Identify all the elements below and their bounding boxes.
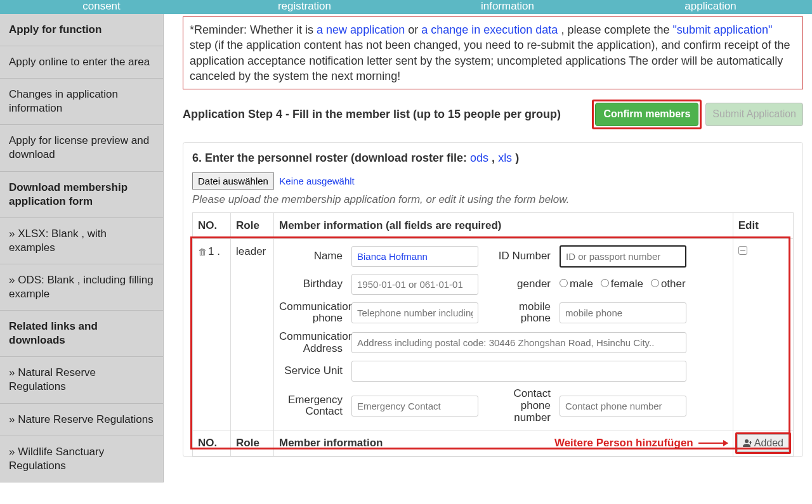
id-input[interactable] (560, 245, 686, 268)
service-input[interactable] (351, 361, 686, 382)
step-title: Application Step 4 - Fill in the member … (183, 108, 561, 121)
reminder-box: *Reminder: Whether it is a new applicati… (183, 16, 803, 89)
row-role: leader (231, 238, 274, 430)
sidebar: Apply for function Apply online to enter… (0, 14, 164, 482)
sidebar-item-wildlife[interactable]: » Wildlife Sanctuary Regulations (0, 436, 163, 482)
th-edit: Edit (733, 212, 793, 238)
th-info: Member information (all fields are requi… (274, 212, 733, 238)
label-service: Service Unit (279, 365, 343, 377)
birthday-input[interactable] (351, 274, 478, 295)
collapse-icon[interactable] (738, 246, 747, 255)
top-step-bar: consent registration information applica… (0, 0, 812, 14)
added-highlight: Added (735, 432, 791, 454)
label-address: Communication Address (279, 331, 343, 354)
sidebar-item-nature-reserve[interactable]: » Nature Reserve Regulations (0, 404, 163, 436)
link-change-execution[interactable]: a change in execution data (421, 23, 558, 36)
sidebar-item-license-preview[interactable]: Apply for license preview and download (0, 125, 163, 171)
emerg-input[interactable] (351, 396, 478, 417)
name-input[interactable] (351, 246, 478, 267)
contact-phone-input[interactable] (560, 396, 686, 417)
sidebar-item-changes[interactable]: Changes in application information (0, 79, 163, 125)
sidebar-item-ods[interactable]: » ODS: Blank , including filling example (0, 264, 163, 311)
label-mobile: mobile phone (487, 301, 551, 325)
arrow-icon (698, 443, 728, 444)
label-name: Name (279, 250, 343, 262)
person-plus-icon (743, 438, 753, 448)
step-information: information (406, 0, 609, 14)
gender-male-radio[interactable] (560, 279, 568, 287)
link-new-application[interactable]: a new application (317, 23, 405, 36)
sidebar-item-natural-reserve[interactable]: » Natural Reserve Regulations (0, 357, 163, 403)
label-id: ID Number (487, 250, 551, 262)
label-comm-phone: Communication phone (279, 301, 343, 325)
gender-radio-group: male female other (560, 278, 686, 290)
member-form-cell: Name ID Number Birthday gender male fema… (274, 238, 733, 430)
step-application: application (609, 0, 812, 14)
file-status: Keine ausgewählt (279, 176, 354, 186)
link-submit-application[interactable]: "submit application" (672, 23, 772, 36)
tf-info: Member information Weitere Person hinzuf… (274, 430, 733, 456)
th-no: NO. (193, 212, 231, 238)
label-contact-phone: Contact phone number (487, 388, 551, 423)
address-input[interactable] (351, 332, 686, 353)
sidebar-item-apply-function[interactable]: Apply for function (0, 14, 163, 46)
table-row: 🗑1 . leader Name ID Number Birthday (193, 238, 794, 430)
link-xls[interactable]: xls (498, 152, 512, 164)
tf-no: NO. (193, 430, 231, 456)
confirm-highlight: Confirm members (592, 100, 702, 129)
th-role: Role (231, 212, 274, 238)
sidebar-item-apply-online[interactable]: Apply online to enter the area (0, 46, 163, 79)
label-gender: gender (487, 278, 551, 290)
label-emerg: Emergency Contact (279, 394, 343, 418)
label-birthday: Birthday (279, 278, 343, 290)
step-registration: registration (203, 0, 406, 14)
step-consent: consent (0, 0, 203, 14)
row-no: 1 . (208, 245, 220, 257)
roster-table: NO. Role Member information (all fields … (192, 212, 794, 457)
sidebar-item-related-links[interactable]: Related links and downloads (0, 311, 163, 357)
gender-female-radio[interactable] (601, 279, 609, 287)
roster-panel: 6. Enter the personnel roster (download … (183, 142, 803, 458)
table-footer-row: NO. Role Member information Weitere Pers… (193, 430, 794, 456)
link-ods[interactable]: ods (470, 152, 488, 164)
sidebar-item-download-form[interactable]: Download membership application form (0, 172, 163, 218)
tf-role: Role (231, 430, 274, 456)
panel-title: 6. Enter the personnel roster (download … (192, 152, 794, 165)
trash-icon[interactable]: 🗑 (198, 247, 207, 257)
gender-other-radio[interactable] (651, 279, 659, 287)
comm-phone-input[interactable] (351, 302, 478, 323)
sidebar-item-xlsx[interactable]: » XLSX: Blank , with examples (0, 218, 163, 264)
add-member-button[interactable]: Added (737, 434, 789, 452)
upload-hint: Please upload the membership application… (192, 193, 794, 206)
main-content: *Reminder: Whether it is a new applicati… (164, 14, 812, 482)
add-person-annotation: Weitere Person hinzufügen (554, 437, 728, 449)
mobile-input[interactable] (560, 302, 686, 323)
file-choose-button[interactable]: Datei auswählen (192, 172, 274, 190)
confirm-members-button[interactable]: Confirm members (595, 103, 698, 126)
submit-application-button[interactable]: Submit Application (705, 103, 803, 126)
